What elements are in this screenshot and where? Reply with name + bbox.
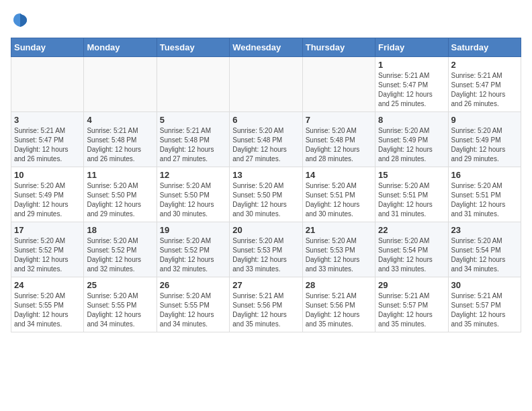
calendar-cell: [84, 57, 157, 112]
day-info: Sunrise: 5:20 AM Sunset: 5:52 PM Dayligh…: [160, 236, 226, 274]
day-info: Sunrise: 5:21 AM Sunset: 5:56 PM Dayligh…: [306, 291, 372, 329]
calendar-cell: 29Sunrise: 5:21 AM Sunset: 5:57 PM Dayli…: [375, 277, 448, 332]
week-row-4: 24Sunrise: 5:20 AM Sunset: 5:55 PM Dayli…: [11, 277, 521, 332]
calendar-cell: 27Sunrise: 5:21 AM Sunset: 5:56 PM Dayli…: [230, 277, 302, 332]
header-saturday: Saturday: [448, 38, 521, 57]
day-number: 25: [87, 280, 153, 290]
day-info: Sunrise: 5:20 AM Sunset: 5:49 PM Dayligh…: [451, 126, 518, 164]
calendar-cell: 9Sunrise: 5:20 AM Sunset: 5:49 PM Daylig…: [448, 112, 521, 167]
calendar-cell: 3Sunrise: 5:21 AM Sunset: 5:47 PM Daylig…: [11, 112, 84, 167]
day-info: Sunrise: 5:20 AM Sunset: 5:50 PM Dayligh…: [160, 181, 226, 219]
header-thursday: Thursday: [302, 38, 375, 57]
day-info: Sunrise: 5:21 AM Sunset: 5:48 PM Dayligh…: [160, 126, 226, 164]
logo-icon: [11, 11, 30, 30]
day-number: 3: [14, 115, 81, 125]
day-info: Sunrise: 5:21 AM Sunset: 5:57 PM Dayligh…: [451, 291, 518, 329]
day-number: 29: [378, 280, 445, 290]
week-row-0: 1Sunrise: 5:21 AM Sunset: 5:47 PM Daylig…: [11, 57, 521, 112]
calendar-cell: 22Sunrise: 5:20 AM Sunset: 5:54 PM Dayli…: [375, 222, 448, 277]
calendar-body: 1Sunrise: 5:21 AM Sunset: 5:47 PM Daylig…: [11, 57, 521, 332]
day-info: Sunrise: 5:20 AM Sunset: 5:53 PM Dayligh…: [232, 236, 299, 274]
day-info: Sunrise: 5:21 AM Sunset: 5:47 PM Dayligh…: [451, 71, 518, 109]
day-number: 5: [160, 115, 226, 125]
calendar-cell: 23Sunrise: 5:20 AM Sunset: 5:54 PM Dayli…: [448, 222, 521, 277]
day-number: 19: [160, 225, 226, 235]
calendar-cell: [157, 57, 229, 112]
day-number: 14: [306, 170, 372, 180]
calendar-cell: [11, 57, 84, 112]
calendar-cell: 15Sunrise: 5:20 AM Sunset: 5:51 PM Dayli…: [375, 167, 448, 222]
day-info: Sunrise: 5:20 AM Sunset: 5:54 PM Dayligh…: [378, 236, 445, 274]
day-info: Sunrise: 5:20 AM Sunset: 5:51 PM Dayligh…: [451, 181, 518, 219]
day-number: 23: [451, 225, 518, 235]
day-number: 2: [451, 60, 518, 70]
calendar-table: SundayMondayTuesdayWednesdayThursdayFrid…: [11, 38, 521, 332]
calendar-cell: 4Sunrise: 5:21 AM Sunset: 5:48 PM Daylig…: [84, 112, 157, 167]
logo: [11, 11, 32, 30]
day-number: 18: [87, 225, 153, 235]
day-info: Sunrise: 5:21 AM Sunset: 5:57 PM Dayligh…: [378, 291, 445, 329]
calendar-cell: 11Sunrise: 5:20 AM Sunset: 5:50 PM Dayli…: [84, 167, 157, 222]
calendar-cell: 16Sunrise: 5:20 AM Sunset: 5:51 PM Dayli…: [448, 167, 521, 222]
day-number: 20: [232, 225, 299, 235]
day-info: Sunrise: 5:20 AM Sunset: 5:52 PM Dayligh…: [14, 236, 81, 274]
calendar-cell: 24Sunrise: 5:20 AM Sunset: 5:55 PM Dayli…: [11, 277, 84, 332]
header-row: SundayMondayTuesdayWednesdayThursdayFrid…: [11, 38, 521, 57]
day-info: Sunrise: 5:20 AM Sunset: 5:52 PM Dayligh…: [87, 236, 153, 274]
calendar-cell: 20Sunrise: 5:20 AM Sunset: 5:53 PM Dayli…: [230, 222, 302, 277]
day-info: Sunrise: 5:20 AM Sunset: 5:51 PM Dayligh…: [306, 181, 372, 219]
calendar-cell: 12Sunrise: 5:20 AM Sunset: 5:50 PM Dayli…: [157, 167, 229, 222]
page-container: SundayMondayTuesdayWednesdayThursdayFrid…: [0, 0, 532, 338]
header-friday: Friday: [375, 38, 448, 57]
calendar-cell: 30Sunrise: 5:21 AM Sunset: 5:57 PM Dayli…: [448, 277, 521, 332]
calendar-cell: 10Sunrise: 5:20 AM Sunset: 5:49 PM Dayli…: [11, 167, 84, 222]
day-number: 24: [14, 280, 81, 290]
calendar-cell: 17Sunrise: 5:20 AM Sunset: 5:52 PM Dayli…: [11, 222, 84, 277]
day-number: 22: [378, 225, 445, 235]
day-info: Sunrise: 5:20 AM Sunset: 5:49 PM Dayligh…: [378, 126, 445, 164]
calendar-cell: 28Sunrise: 5:21 AM Sunset: 5:56 PM Dayli…: [302, 277, 375, 332]
day-number: 28: [306, 280, 372, 290]
calendar-cell: 7Sunrise: 5:20 AM Sunset: 5:48 PM Daylig…: [302, 112, 375, 167]
day-number: 17: [14, 225, 81, 235]
day-info: Sunrise: 5:21 AM Sunset: 5:48 PM Dayligh…: [87, 126, 153, 164]
day-number: 30: [451, 280, 518, 290]
day-info: Sunrise: 5:20 AM Sunset: 5:55 PM Dayligh…: [87, 291, 153, 329]
day-number: 9: [451, 115, 518, 125]
calendar-cell: 2Sunrise: 5:21 AM Sunset: 5:47 PM Daylig…: [448, 57, 521, 112]
day-number: 10: [14, 170, 81, 180]
calendar-header: SundayMondayTuesdayWednesdayThursdayFrid…: [11, 38, 521, 57]
calendar-cell: 5Sunrise: 5:21 AM Sunset: 5:48 PM Daylig…: [157, 112, 229, 167]
day-info: Sunrise: 5:21 AM Sunset: 5:47 PM Dayligh…: [378, 71, 445, 109]
header-tuesday: Tuesday: [157, 38, 229, 57]
header-sunday: Sunday: [11, 38, 84, 57]
day-number: 8: [378, 115, 445, 125]
day-number: 13: [232, 170, 299, 180]
day-number: 26: [160, 280, 226, 290]
calendar-cell: 14Sunrise: 5:20 AM Sunset: 5:51 PM Dayli…: [302, 167, 375, 222]
calendar-cell: 21Sunrise: 5:20 AM Sunset: 5:53 PM Dayli…: [302, 222, 375, 277]
day-number: 15: [378, 170, 445, 180]
day-info: Sunrise: 5:21 AM Sunset: 5:56 PM Dayligh…: [232, 291, 299, 329]
calendar-cell: 1Sunrise: 5:21 AM Sunset: 5:47 PM Daylig…: [375, 57, 448, 112]
calendar-cell: 13Sunrise: 5:20 AM Sunset: 5:50 PM Dayli…: [230, 167, 302, 222]
day-info: Sunrise: 5:20 AM Sunset: 5:48 PM Dayligh…: [306, 126, 372, 164]
calendar-cell: 26Sunrise: 5:20 AM Sunset: 5:55 PM Dayli…: [157, 277, 229, 332]
day-info: Sunrise: 5:20 AM Sunset: 5:54 PM Dayligh…: [451, 236, 518, 274]
day-number: 1: [378, 60, 445, 70]
day-info: Sunrise: 5:20 AM Sunset: 5:55 PM Dayligh…: [160, 291, 226, 329]
week-row-3: 17Sunrise: 5:20 AM Sunset: 5:52 PM Dayli…: [11, 222, 521, 277]
day-number: 4: [87, 115, 153, 125]
calendar-cell: 25Sunrise: 5:20 AM Sunset: 5:55 PM Dayli…: [84, 277, 157, 332]
day-number: 6: [232, 115, 299, 125]
header-wednesday: Wednesday: [230, 38, 302, 57]
calendar-cell: [302, 57, 375, 112]
header-monday: Monday: [84, 38, 157, 57]
calendar-cell: 6Sunrise: 5:20 AM Sunset: 5:48 PM Daylig…: [230, 112, 302, 167]
calendar-cell: 8Sunrise: 5:20 AM Sunset: 5:49 PM Daylig…: [375, 112, 448, 167]
header: [11, 11, 521, 30]
day-number: 16: [451, 170, 518, 180]
week-row-2: 10Sunrise: 5:20 AM Sunset: 5:49 PM Dayli…: [11, 167, 521, 222]
day-number: 12: [160, 170, 226, 180]
day-info: Sunrise: 5:20 AM Sunset: 5:51 PM Dayligh…: [378, 181, 445, 219]
